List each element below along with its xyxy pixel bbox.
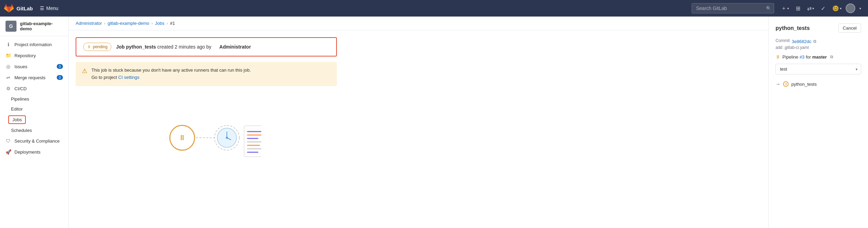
job-author: Administrator — [219, 44, 251, 50]
breadcrumb-jobs[interactable]: Jobs — [155, 21, 164, 26]
breadcrumb-current: #1 — [170, 21, 175, 26]
job-name: python_tests — [791, 82, 817, 87]
job-area: ⏸ pending Job python_tests created 2 min… — [69, 30, 768, 189]
sidebar-item-jobs[interactable]: Jobs — [0, 114, 68, 125]
sidebar-item-pipelines[interactable]: Pipelines — [0, 94, 68, 104]
pipeline-for-text: for — [806, 54, 812, 60]
brand-text: GitLab — [17, 6, 33, 11]
warning-text-block: This job is stuck because you don't have… — [91, 67, 251, 81]
commit-message: add .gitlab-ci.yaml — [776, 45, 861, 50]
sidebar-item-issues[interactable]: ◎ Issues 0 — [0, 61, 68, 72]
sidebar-nav: ℹ Project information 📁 Repository ◎ Iss… — [0, 36, 68, 157]
jobs-highlighted-label: Jobs — [8, 115, 26, 124]
job-header-card: ⏸ pending Job python_tests created 2 min… — [76, 37, 337, 56]
gitlab-logo — [4, 3, 14, 13]
plus-icon: ＋ — [781, 5, 787, 12]
svg-point-7 — [226, 137, 228, 139]
chevron-down-icon: ▾ — [787, 7, 789, 10]
pipeline-row: ⏸ Pipeline #3 for master ⧉ — [776, 54, 861, 60]
user-avatar[interactable] — [846, 3, 855, 13]
todo-icon: ✓ — [821, 5, 825, 12]
menu-button[interactable]: ☰ Menu — [37, 3, 61, 13]
breadcrumb: Administrator › gitlab-example-demo › Jo… — [69, 17, 768, 30]
pipeline-copy-icon[interactable]: ⧉ — [830, 54, 833, 59]
right-panel-header: python_tests Cancel — [776, 23, 861, 33]
search-wrapper: 🔍 — [692, 3, 774, 13]
chevron-down-icon-mr: ▾ — [812, 7, 814, 10]
snippets-button[interactable]: ⊞ — [793, 3, 803, 14]
breadcrumb-sep-3: › — [166, 21, 168, 26]
project-name: gitlab-example-demo — [20, 21, 63, 31]
repo-icon: 📁 — [6, 53, 11, 58]
help-button[interactable]: 😊 ▾ — [829, 3, 844, 14]
pending-pause-icon: ⏸ — [87, 44, 91, 49]
create-button[interactable]: ＋ ▾ — [778, 3, 792, 14]
sidebar-item-cicd[interactable]: ⚙ CI/CD — [0, 83, 68, 94]
sidebar-label-security: Security & Compliance — [14, 138, 60, 144]
stage-select[interactable]: test build deploy — [776, 64, 861, 74]
chevron-down-icon-user: ▾ — [859, 7, 861, 10]
warning-action-prefix: Go to project — [91, 75, 117, 80]
ci-settings-link[interactable]: CI settings — [118, 75, 139, 80]
sidebar-item-merge-requests[interactable]: ⇌ Merge requests 0 — [0, 72, 68, 83]
sidebar-label-cicd: CI/CD — [14, 86, 26, 91]
merge-request-icon: ⇌ — [6, 75, 11, 80]
breadcrumb-sep-2: › — [151, 21, 153, 26]
job-name-inline: python_tests — [126, 44, 156, 50]
pipeline-pending-icon: ⏸ — [776, 54, 780, 60]
project-avatar: G — [6, 21, 17, 32]
sidebar-item-security-compliance[interactable]: 🛡 Security & Compliance — [0, 135, 68, 146]
sidebar-label-deployments: Deployments — [14, 149, 41, 155]
illustration-area: ⏸ — [76, 93, 337, 183]
pipeline-text: Pipeline #3 for master — [782, 54, 827, 60]
breadcrumb-sep-1: › — [104, 21, 106, 26]
merge-requests-nav-button[interactable]: ⇄ ▾ — [804, 3, 817, 14]
sidebar-label-repository: Repository — [14, 53, 36, 58]
brand: GitLab — [4, 3, 33, 13]
commit-label: Commit — [776, 38, 790, 43]
hamburger-icon: ☰ — [40, 6, 44, 11]
snippet-icon: ⊞ — [796, 5, 800, 12]
job-created-text: created 2 minutes ago by — [157, 44, 211, 50]
sidebar-item-repository[interactable]: 📁 Repository — [0, 50, 68, 61]
sidebar-label-schedules: Schedules — [11, 128, 32, 133]
pipeline-link[interactable]: #3 — [800, 54, 804, 60]
todo-button[interactable]: ✓ — [818, 3, 828, 14]
navbar: GitLab ☰ Menu 🔍 ＋ ▾ ⊞ ⇄ ▾ ✓ 😊 ▾ ▾ — [0, 0, 868, 17]
cicd-icon: ⚙ — [6, 86, 11, 91]
security-icon: 🛡 — [6, 138, 11, 144]
sidebar: G gitlab-example-demo ℹ Project informat… — [0, 17, 69, 228]
job-illustration: ⏸ — [151, 107, 261, 169]
info-icon: ℹ — [6, 42, 11, 47]
main-content: Administrator › gitlab-example-demo › Jo… — [69, 17, 768, 228]
merge-requests-badge: 0 — [57, 75, 63, 80]
breadcrumb-project[interactable]: gitlab-example-demo — [108, 21, 149, 26]
commit-hash[interactable]: 3e8682dc — [792, 39, 811, 44]
issue-icon: ◎ — [6, 64, 11, 69]
sidebar-label-pipelines: Pipelines — [11, 96, 29, 102]
breadcrumb-administrator[interactable]: Administrator — [76, 21, 102, 26]
sidebar-label-merge-requests: Merge requests — [14, 75, 45, 80]
sidebar-label-editor: Editor — [11, 106, 23, 112]
job-word: Job — [116, 44, 125, 50]
pipeline-branch: master — [812, 54, 827, 60]
user-menu-button[interactable]: ▾ — [857, 4, 864, 12]
help-icon: 😊 — [832, 5, 839, 12]
commit-row: Commit 3e8682dc ⧉ — [776, 38, 861, 44]
cancel-button[interactable]: Cancel — [838, 23, 861, 33]
warning-message: This job is stuck because you don't have… — [91, 68, 251, 73]
right-panel: python_tests Cancel Commit 3e8682dc ⧉ ad… — [768, 17, 868, 228]
deploy-icon: 🚀 — [6, 149, 11, 155]
sidebar-label-project-information: Project information — [14, 42, 52, 47]
sidebar-item-schedules[interactable]: Schedules — [0, 125, 68, 135]
arrow-icon: → — [776, 81, 780, 87]
sidebar-project: G gitlab-example-demo — [0, 17, 68, 36]
sidebar-item-editor[interactable]: Editor — [0, 104, 68, 114]
warning-icon: ⚠ — [82, 67, 87, 75]
svg-text:⏸: ⏸ — [178, 133, 186, 142]
copy-icon[interactable]: ⧉ — [813, 39, 816, 44]
pending-label: pending — [93, 44, 108, 49]
sidebar-item-deployments[interactable]: 🚀 Deployments — [0, 146, 68, 157]
search-input[interactable] — [692, 3, 774, 13]
sidebar-item-project-information[interactable]: ℹ Project information — [0, 39, 68, 50]
